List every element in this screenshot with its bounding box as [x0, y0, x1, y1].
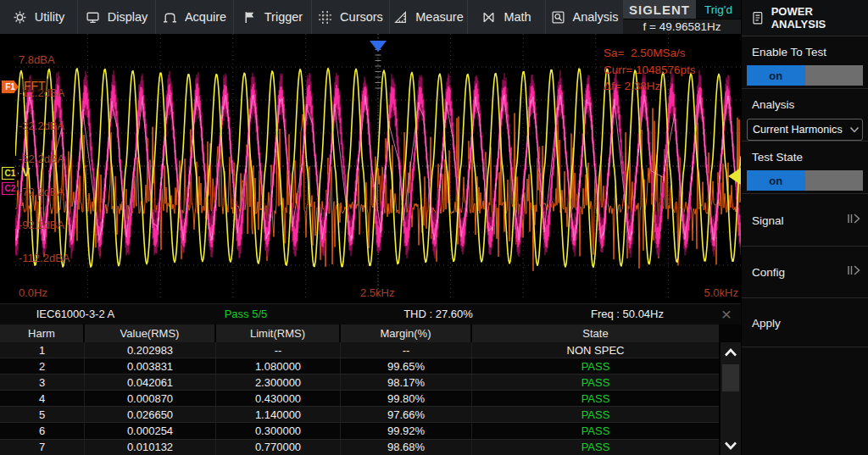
table-cell: 98.68% — [341, 440, 472, 455]
table-row[interactable]: 20.0038311.08000099.65%PASS — [0, 358, 719, 375]
freq-value: Freq : 50.04Hz — [591, 308, 664, 320]
signal-label: Signal — [752, 214, 784, 226]
table-row[interactable]: 70.0101320.77000098.68%PASS — [0, 440, 719, 455]
column-header: State — [472, 325, 719, 342]
menu-item-cursors[interactable]: Cursors — [312, 0, 390, 34]
table-cell: 98.17% — [341, 375, 472, 390]
menu-item-label: Acquire — [185, 10, 226, 24]
db-scale-label: -72.2dBA — [19, 186, 64, 198]
cursors-icon — [318, 10, 332, 25]
table-cell: 7 — [0, 440, 85, 455]
table-row[interactable]: 60.0002540.30000099.92%PASS — [0, 423, 719, 439]
freq-axis-end: 5.0kHz — [704, 286, 738, 299]
table-cell: 0.042061 — [85, 375, 216, 390]
table-cell: 1 — [0, 342, 85, 358]
table-row[interactable]: 30.0420612.30000098.17%PASS — [0, 375, 719, 391]
harmonics-test-table: IEC61000-3-2 A Pass 5/5 THD : 27.60% Fre… — [0, 303, 741, 455]
power-analysis-panel: POWER ANALYSIS Enable To Test on Analysi… — [741, 0, 868, 455]
scroll-up-icon[interactable] — [721, 342, 741, 363]
table-cell: 99.80% — [341, 391, 472, 406]
analysis-section: Analysis Current Harmonics — [742, 89, 868, 141]
freq-axis-start: 0.0Hz — [19, 286, 47, 299]
close-icon[interactable]: × — [717, 305, 736, 324]
menu-item-acquire[interactable]: Acquire — [156, 0, 234, 34]
siglent-logo: SIGLENT — [623, 0, 696, 19]
db-scale-label: 7.8dBA — [19, 53, 55, 66]
table-cell: 0.026650 — [85, 407, 216, 422]
trigger-level-marker[interactable] — [728, 168, 741, 185]
oscilloscope-app: Utility Display Acquire Trigger Cursors … — [0, 0, 868, 455]
thd-value: THD : 27.60% — [403, 308, 473, 320]
measure-ruler-icon — [393, 10, 408, 25]
db-scale-label: -112.2dBA — [19, 252, 70, 264]
config-menu-item[interactable]: Config — [742, 247, 868, 298]
table-cell: 1.140000 — [216, 407, 341, 422]
table-cell: 99.92% — [341, 423, 472, 438]
table-cell: 0.003831 — [85, 358, 216, 374]
table-cell: 0.770000 — [216, 440, 341, 455]
table-cell: -- — [216, 342, 341, 358]
test-standard: IEC61000-3-2 A — [36, 308, 115, 320]
config-label: Config — [752, 266, 785, 279]
table-row[interactable]: 50.0266501.14000097.66%PASS — [0, 407, 719, 423]
table-row[interactable]: 40.0008700.43000099.80%PASS — [0, 391, 719, 407]
acquire-icon — [163, 10, 177, 25]
flag-icon — [242, 10, 257, 25]
table-cell: 0.010132 — [85, 440, 216, 455]
scrollbar-thumb[interactable] — [722, 364, 739, 391]
menu-item-label: Display — [108, 10, 148, 24]
table-row[interactable]: 10.202983----NON SPEC — [0, 342, 719, 358]
table-cell: PASS — [472, 440, 719, 455]
test-result: Pass 5/5 — [225, 308, 268, 320]
menu-item-analysis[interactable]: Analysis — [546, 0, 623, 34]
db-scale-label: -52.2dBA — [19, 153, 64, 165]
table-cell: 0.430000 — [216, 391, 341, 406]
db-scale-label: -92.2dBA — [19, 219, 64, 231]
table-cell: 1.080000 — [216, 358, 341, 374]
trigger-position-marker[interactable] — [370, 41, 387, 52]
menu-item-measure[interactable]: Measure — [390, 0, 468, 34]
enable-to-test-toggle[interactable]: on — [747, 65, 863, 86]
toggle-on-state: on — [747, 65, 805, 86]
submenu-arrow-icon — [847, 212, 861, 228]
table-cell: 0.202983 — [85, 342, 216, 358]
monitor-icon — [86, 10, 100, 25]
table-cell: 6 — [0, 423, 85, 438]
apply-button[interactable]: Apply — [742, 298, 868, 347]
menu-item-trigger[interactable]: Trigger — [234, 0, 312, 34]
column-header: Value(RMS) — [85, 325, 216, 342]
test-state-label: Test State — [742, 141, 868, 164]
scroll-down-icon[interactable] — [721, 436, 741, 455]
table-cell: PASS — [472, 423, 719, 438]
analysis-label: Analysis — [742, 89, 868, 111]
acquisition-info: Sa= 2.50MSa/s Curr= 1048576pts Δf= 2.38H… — [604, 45, 695, 95]
table-scrollbar[interactable] — [719, 342, 741, 455]
table-cell: 0.300000 — [216, 423, 341, 438]
trigger-status: Trig'd — [696, 0, 741, 19]
signal-menu-item[interactable]: Signal — [742, 194, 868, 247]
apply-label: Apply — [752, 316, 781, 329]
enable-to-test-label: Enable To Test — [742, 36, 868, 58]
analysis-dropdown[interactable]: Current Harmonics — [747, 119, 863, 141]
table-cell: PASS — [472, 407, 719, 422]
c1-unit-label: V — [22, 165, 30, 179]
table-cell: 99.65% — [341, 358, 472, 374]
menu-item-math[interactable]: Math — [468, 0, 546, 34]
menu-item-utility[interactable]: Utility — [0, 0, 78, 34]
toggle-off-state — [805, 65, 864, 86]
menu-item-label: Trigger — [264, 10, 303, 24]
test-state-toggle[interactable]: on — [747, 170, 863, 191]
table-cell: 0.000254 — [85, 423, 216, 438]
gear-icon — [13, 10, 27, 25]
menu-item-display[interactable]: Display — [78, 0, 156, 34]
table-cell: 3 — [0, 375, 85, 390]
menu-item-label: Math — [504, 10, 531, 24]
scope-display: 7.8dBA-12.2dBA-32.2dBA-52.2dBA-72.2dBA-9… — [0, 34, 741, 303]
table-body: 10.202983----NON SPEC20.0038311.08000099… — [0, 342, 719, 455]
toggle-off-state — [805, 170, 864, 191]
db-scale-label: -32.2dBA — [19, 119, 64, 132]
menu-item-label: Cursors — [340, 10, 383, 24]
trigger-frequency: f = 49.96581Hz — [623, 19, 741, 34]
table-cell: 97.66% — [341, 407, 472, 422]
analysis-selected-value: Current Harmonics — [753, 124, 843, 136]
